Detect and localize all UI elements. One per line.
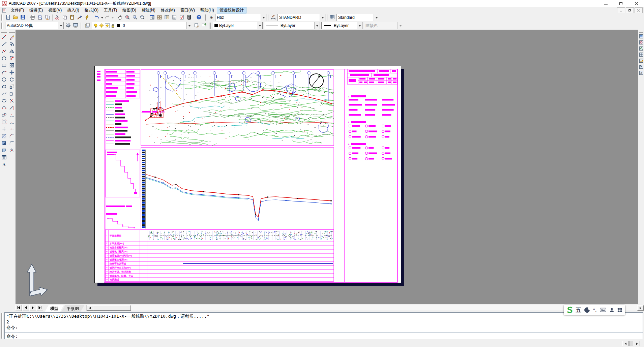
layer-manager-button[interactable] — [84, 22, 91, 29]
scroll-right-button[interactable] — [637, 305, 644, 311]
tab-next-button[interactable] — [29, 305, 36, 311]
ellipse-button[interactable] — [0, 98, 7, 105]
tab-first-button[interactable] — [15, 305, 22, 311]
tool-palettes-button[interactable] — [163, 14, 171, 21]
make-object-layer-current-button[interactable] — [200, 22, 208, 29]
help-button[interactable]: ? — [195, 14, 203, 21]
dock-tool-7-button[interactable] — [639, 70, 644, 76]
drawing-canvas[interactable]: 1:20001平面示意图2水平里程(km)3地面自然标高(m)4管底设计标高(m… — [16, 30, 638, 304]
doc-close-button[interactable] — [635, 7, 643, 13]
region-button[interactable] — [0, 147, 7, 154]
combo-arrow[interactable] — [186, 22, 192, 29]
workspace-settings-button[interactable] — [64, 22, 72, 29]
toolbox-icon[interactable] — [617, 308, 622, 313]
zoom-previous-button[interactable] — [139, 14, 146, 21]
make-block-button[interactable] — [0, 119, 7, 126]
moon-icon[interactable] — [584, 307, 590, 313]
trim-button[interactable] — [8, 98, 15, 105]
dock-tool-3-button[interactable] — [639, 46, 644, 52]
gradient-button[interactable] — [0, 140, 7, 147]
color-combo[interactable]: ByLayer — [213, 22, 263, 29]
keyboard-icon[interactable] — [600, 308, 606, 312]
punctuation-toggle[interactable]: °, — [593, 308, 597, 313]
erase-button[interactable] — [8, 34, 15, 41]
hatch-button[interactable] — [0, 133, 7, 140]
toolbar-grip[interactable] — [1, 23, 3, 29]
menu-标注N[interactable]: 标注(N) — [139, 7, 158, 13]
dim-style-combo[interactable]: STANDARD — [277, 14, 325, 21]
dock-tool-5-button[interactable] — [639, 58, 644, 64]
sun-viewport-icon[interactable] — [105, 23, 110, 28]
polyline-button[interactable] — [0, 48, 7, 55]
ime-mode-button[interactable]: 五 — [576, 306, 581, 314]
copy-object-button[interactable] — [8, 41, 15, 48]
toolbar-grip[interactable] — [80, 23, 83, 29]
toolbar-grip[interactable] — [1, 31, 7, 33]
ellipse-arc-button[interactable] — [0, 105, 7, 112]
menu-视图V[interactable]: 视图(V) — [46, 7, 64, 13]
tab-平纵图[interactable]: 平纵图 — [61, 305, 84, 312]
pan-button[interactable] — [116, 14, 124, 21]
insert-block-button[interactable] — [0, 112, 7, 119]
array-button[interactable] — [8, 62, 15, 69]
tab-模型[interactable]: 模型 — [45, 305, 64, 312]
dock-tool-6-button[interactable] — [639, 64, 644, 70]
copy-button[interactable] — [61, 14, 68, 21]
dock-tool-4-button[interactable] — [639, 52, 644, 58]
scroll-left-button[interactable] — [87, 305, 93, 311]
move-button[interactable] — [8, 69, 15, 76]
menu-绘图D[interactable]: 绘图(D) — [120, 7, 139, 13]
tab-last-button[interactable] — [36, 305, 43, 311]
combo-arrow[interactable] — [58, 22, 63, 29]
plot-button[interactable] — [29, 14, 36, 21]
sun-icon[interactable] — [99, 23, 104, 28]
toolbar-grip[interactable] — [639, 31, 643, 33]
bulb-icon[interactable] — [93, 23, 98, 28]
horizontal-scrollbar[interactable] — [86, 305, 644, 311]
command-input-line[interactable]: 命令: — [5, 333, 643, 340]
break-button[interactable] — [8, 119, 15, 126]
command-window-grip[interactable] — [1, 313, 3, 339]
save-button[interactable] — [19, 14, 27, 21]
linetype-combo[interactable]: ByLayer — [264, 22, 320, 29]
match-properties-button[interactable] — [76, 14, 83, 21]
dock-tool-1-button[interactable] — [639, 34, 644, 39]
rectangle-button[interactable] — [0, 62, 7, 69]
break-at-point-button[interactable] — [8, 112, 15, 119]
properties-button[interactable] — [148, 14, 156, 21]
toolbar-grip[interactable] — [9, 31, 15, 33]
fillet-button[interactable] — [8, 140, 15, 147]
menu-工具T[interactable]: 工具(T) — [101, 7, 120, 13]
mirror-button[interactable] — [8, 48, 15, 55]
lineweight-combo[interactable]: ByLayer — [321, 22, 362, 29]
combo-arrow[interactable] — [314, 22, 320, 29]
undo-dropdown-arrow[interactable] — [100, 14, 104, 21]
cmd-scrollbar-thumb[interactable] — [629, 341, 633, 346]
open-button[interactable] — [12, 14, 19, 21]
menu-插入I[interactable]: 插入(I) — [64, 7, 82, 13]
revcloud-button[interactable] — [0, 84, 7, 91]
minimize-button[interactable] — [598, 0, 614, 7]
dock-tool-2-button[interactable] — [639, 40, 644, 45]
doc-restore-button[interactable] — [626, 7, 634, 13]
chamfer-button[interactable] — [8, 133, 15, 140]
toolbar-grip[interactable] — [209, 23, 211, 29]
undo-button[interactable] — [93, 14, 100, 21]
text-style-button[interactable]: A — [207, 14, 214, 21]
menu-格式O[interactable]: 格式(O) — [82, 7, 101, 13]
command-history[interactable]: "正在处理C:\\Users\\1735\\Desktop\\H1041-101… — [5, 313, 643, 333]
combo-arrow[interactable] — [257, 22, 262, 29]
toolbar-grip[interactable] — [1, 14, 3, 21]
combo-arrow[interactable] — [357, 22, 362, 29]
spline-button[interactable] — [0, 91, 7, 98]
person-icon[interactable] — [609, 308, 614, 313]
doc-minimize-button[interactable] — [617, 7, 625, 13]
table-button[interactable] — [0, 154, 7, 161]
offset-button[interactable] — [8, 55, 15, 62]
zoom-realtime-button[interactable] — [124, 14, 131, 21]
publish-button[interactable] — [44, 14, 51, 21]
combo-arrow[interactable] — [261, 14, 266, 21]
table-style-combo[interactable]: Standard — [336, 14, 379, 21]
workspace-combo[interactable]: AutoCAD 经典 — [5, 22, 64, 29]
join-button[interactable] — [8, 126, 15, 133]
